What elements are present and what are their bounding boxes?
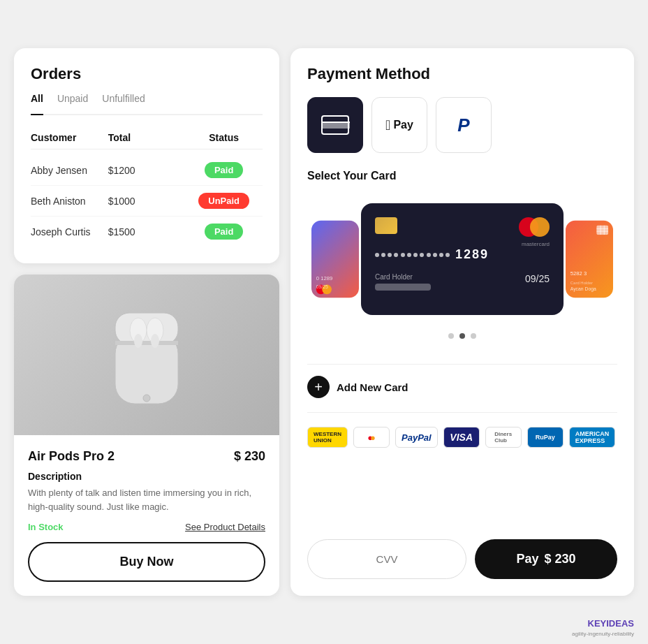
- credit-card-center: mastercard 1289 Card Holder: [361, 203, 564, 315]
- card-center[interactable]: mastercard 1289 Card Holder: [361, 203, 564, 315]
- product-image-svg: [77, 285, 216, 425]
- status-badge: Paid: [205, 224, 243, 240]
- pay-button[interactable]: Pay $ 230: [475, 539, 617, 579]
- paypal-icon: P: [457, 115, 469, 136]
- payment-title: Payment Method: [307, 65, 617, 83]
- logo-visa: VISA: [443, 427, 480, 448]
- product-name: Air Pods Pro 2: [28, 449, 115, 464]
- table-row: Beth Aniston $1000 UnPaid: [31, 186, 263, 217]
- svg-rect-2: [115, 341, 178, 345]
- card-last4: 1289: [455, 247, 489, 262]
- card-number-left: 0 1289: [316, 275, 332, 281]
- payment-methods-row:  Pay P: [307, 97, 617, 153]
- tab-unfulfilled[interactable]: Unfulfilled: [102, 93, 145, 107]
- card-number-right: 5282 3: [570, 270, 587, 277]
- product-footer: In Stock See Product Details: [28, 522, 265, 532]
- pay-amount: $ 230: [544, 552, 575, 566]
- add-card-label[interactable]: Add New Card: [337, 381, 408, 393]
- status-badge: UnPaid: [198, 193, 249, 209]
- credit-card-left: 0 1289 09/25: [311, 221, 359, 298]
- add-card-icon[interactable]: +: [307, 376, 330, 398]
- product-desc-label: Description: [28, 471, 265, 482]
- product-info: Air Pods Pro 2 $ 230 Description With pl…: [14, 435, 279, 596]
- tab-all[interactable]: All: [31, 93, 43, 115]
- brand-tagline: agility-ingenuity-reliability: [572, 631, 634, 637]
- orders-table: Customer Total Status Abby Jensen $1200 …: [31, 126, 263, 247]
- product-card: Air Pods Pro 2 $ 230 Description With pl…: [14, 275, 279, 596]
- see-product-details-link[interactable]: See Product Details: [185, 522, 265, 532]
- card-expiry-left: 09/25: [316, 284, 328, 290]
- table-row: Joseph Curtis $1500 Paid: [31, 217, 263, 247]
- product-name-price: Air Pods Pro 2 $ 230: [28, 449, 265, 464]
- card-chip-right: [596, 226, 608, 237]
- order-total: $1200: [108, 165, 186, 176]
- card-icon: [321, 115, 349, 135]
- card-number-dots: [375, 253, 450, 257]
- payment-method-paypal[interactable]: P: [436, 97, 492, 153]
- svg-point-4: [134, 334, 142, 348]
- svg-point-7: [143, 395, 150, 402]
- card-chip: [375, 217, 397, 234]
- applepay-label:  Pay: [385, 117, 413, 133]
- payment-method-card[interactable]: [307, 97, 363, 153]
- divider: [307, 364, 617, 365]
- pay-text: Pay: [393, 119, 413, 131]
- payment-logos: WESTERNUNION ● ● PayPal VISA DinersClub …: [307, 427, 617, 448]
- status-badge: Paid: [205, 162, 243, 178]
- card-expiry: 09/25: [525, 273, 550, 291]
- add-card-row: + Add New Card: [307, 376, 617, 413]
- status-col: UnPaid: [185, 193, 263, 209]
- orders-card: Orders All Unpaid Unfulfilled Customer T…: [14, 48, 279, 263]
- card-right[interactable]: 5282 3 Card Holder Aycan Doga: [566, 221, 613, 298]
- dot-1[interactable]: [448, 333, 454, 339]
- card-holder-section: Card Holder: [375, 273, 431, 291]
- card-holder-name-bar: [375, 284, 431, 291]
- customer-name: Abby Jensen: [31, 165, 108, 176]
- status-col: Paid: [185, 162, 263, 178]
- stock-status: In Stock: [28, 522, 64, 532]
- brand-name: KEYIDEAS: [588, 618, 634, 629]
- logo-diners: DinersClub: [485, 427, 522, 448]
- footer: KEYIDEAS agility-ingenuity-reliability: [572, 618, 634, 637]
- card-footer: Card Holder 09/25: [375, 273, 550, 291]
- credit-card-right: 5282 3 Card Holder Aycan Doga: [566, 221, 613, 298]
- product-price: $ 230: [234, 449, 265, 464]
- pay-label: Pay: [516, 552, 538, 566]
- logo-rupay: RuPay: [527, 427, 564, 448]
- customer-name: Beth Aniston: [31, 196, 108, 207]
- card-holder-label-right: Card Holder: [570, 281, 593, 285]
- payment-panel: Payment Method  Pay P Select Your Card: [290, 48, 634, 596]
- logo-amex: AMERICANEXPRESS: [569, 427, 616, 448]
- col-total: Total: [108, 132, 186, 143]
- card-carousel: 0 1289 09/25 mastercard: [307, 196, 617, 322]
- card-holder-name-right: Aycan Doga: [570, 286, 596, 292]
- carousel-dots: [307, 333, 617, 339]
- card-holder-label: Card Holder: [375, 273, 431, 281]
- status-col: Paid: [185, 224, 263, 240]
- orders-tabs: All Unpaid Unfulfilled: [31, 93, 263, 115]
- payment-method-applepay[interactable]:  Pay: [371, 97, 427, 153]
- svg-point-6: [151, 334, 159, 348]
- left-panel: Orders All Unpaid Unfulfilled Customer T…: [14, 48, 279, 596]
- tab-unpaid[interactable]: Unpaid: [57, 93, 88, 107]
- table-row: Abby Jensen $1200 Paid: [31, 155, 263, 186]
- table-header: Customer Total Status: [31, 126, 263, 149]
- customer-name: Joseph Curtis: [31, 226, 108, 237]
- card-number: 1289: [375, 247, 550, 262]
- dot-2[interactable]: [459, 333, 465, 339]
- mc-text: mastercard: [375, 241, 550, 247]
- buy-now-button[interactable]: Buy Now: [28, 542, 265, 582]
- logo-western-union: WESTERNUNION: [307, 427, 348, 448]
- card-left[interactable]: 0 1289 09/25: [311, 221, 359, 298]
- order-total: $1500: [108, 226, 186, 237]
- mc-logo: [519, 217, 550, 237]
- svg-rect-8: [596, 226, 608, 235]
- cvv-input[interactable]: [307, 539, 466, 579]
- logo-paypal: PayPal: [395, 427, 438, 448]
- dot-3[interactable]: [471, 333, 476, 339]
- orders-title: Orders: [31, 65, 263, 83]
- product-description: With plenty of talk and listen time imme…: [28, 486, 265, 513]
- logo-mastercard: ● ●: [353, 427, 390, 448]
- apple-icon: : [385, 117, 390, 133]
- order-total: $1000: [108, 196, 186, 207]
